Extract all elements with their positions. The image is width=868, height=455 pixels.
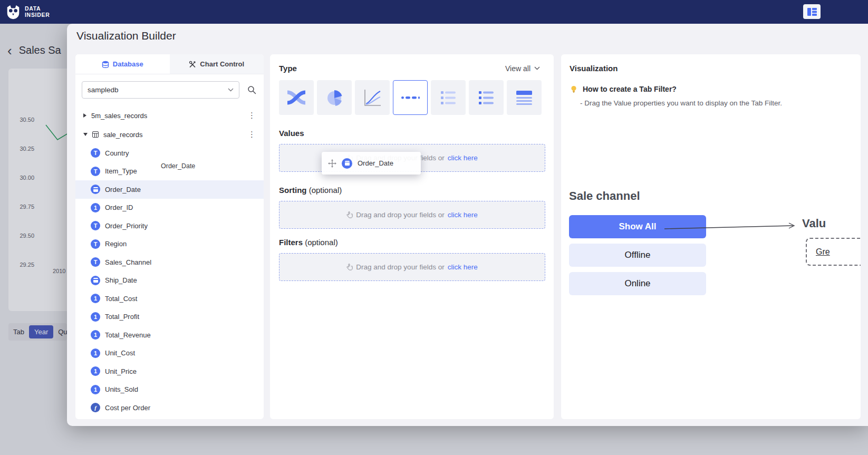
drag-source-ghost[interactable]: Order_Date bbox=[161, 162, 195, 170]
click-here-link[interactable]: click here bbox=[448, 263, 478, 271]
brand-logo: DATAINSIDER bbox=[5, 4, 50, 20]
text-field-icon: T bbox=[91, 148, 100, 158]
field-row-order-date[interactable]: Order_Date bbox=[75, 180, 264, 199]
schema-tree: 5m_sales_records ⋮ sale_records ⋮ TCount… bbox=[75, 106, 264, 417]
number-field-icon: 1 bbox=[91, 366, 100, 376]
field-row-ship-date[interactable]: Ship_Date bbox=[75, 272, 264, 290]
dashboard-grid-button[interactable] bbox=[803, 4, 821, 19]
tools-icon bbox=[189, 61, 196, 68]
table-chart-icon bbox=[514, 87, 535, 108]
field-row-unit-cost[interactable]: 1Unit_Cost bbox=[75, 344, 264, 363]
formula-field-icon: f bbox=[91, 403, 100, 412]
filters-drop-zone[interactable]: Drag and drop your fields or click here bbox=[279, 253, 545, 281]
table-grid-icon bbox=[92, 131, 99, 138]
table-menu-icon[interactable]: ⋮ bbox=[246, 111, 257, 120]
field-row-sales-channel[interactable]: TSales_Channel bbox=[75, 253, 264, 272]
sorting-drop-zone[interactable]: Drag and drop your fields or click here bbox=[279, 201, 545, 229]
number-field-icon: 1 bbox=[91, 294, 100, 303]
number-field-icon: 1 bbox=[91, 330, 100, 340]
tip-body: - Drag the Value properties you want to … bbox=[580, 99, 861, 107]
field-row-total-cost[interactable]: 1Total_Cost bbox=[75, 289, 264, 308]
chart-type-tab-filter[interactable] bbox=[393, 80, 428, 115]
database-icon bbox=[102, 61, 109, 68]
chart-type-line[interactable] bbox=[355, 80, 390, 115]
field-row-order-priority[interactable]: TOrder_Priority bbox=[75, 217, 264, 235]
chevron-down-icon bbox=[228, 88, 234, 92]
move-icon bbox=[328, 159, 336, 168]
annotation-arrow bbox=[664, 222, 799, 234]
annotation-drop-slot[interactable]: Gre bbox=[806, 238, 861, 266]
chart-type-list[interactable] bbox=[431, 80, 466, 115]
drag-hand-icon bbox=[346, 211, 353, 218]
datasource-row: sampledb bbox=[75, 74, 264, 103]
list-chart-icon bbox=[438, 87, 459, 108]
top-navbar: DATAINSIDER bbox=[0, 0, 868, 24]
brand-text: DATAINSIDER bbox=[25, 6, 50, 18]
tip-title: How to create a Tab Filter? bbox=[570, 85, 861, 93]
database-panel: Database Chart Control sampledb bbox=[75, 54, 264, 419]
number-field-icon: 1 bbox=[91, 348, 100, 358]
annotation-link[interactable]: Gre bbox=[816, 247, 830, 257]
click-here-link[interactable]: click here bbox=[448, 154, 478, 162]
chart-type-bullet-list[interactable] bbox=[469, 80, 504, 115]
chart-type-sankey[interactable] bbox=[279, 80, 314, 115]
field-row-units-sold[interactable]: 1Units_Sold bbox=[75, 381, 264, 399]
visualization-builder-modal: Visualization Builder Order_Date Databas… bbox=[67, 24, 868, 426]
field-row-total-profit[interactable]: 1Total_Profit bbox=[75, 308, 264, 326]
date-field-icon bbox=[342, 158, 352, 169]
preview-widget-title: Sale channel bbox=[569, 189, 640, 203]
field-list: TCountryTItem_TypeOrder_Date1Order_IDTOr… bbox=[75, 144, 264, 417]
field-row-unit-price[interactable]: 1Unit_Price bbox=[75, 362, 264, 381]
tab-database[interactable]: Database bbox=[75, 54, 170, 74]
date-field-icon bbox=[91, 185, 100, 194]
type-section-label: Type bbox=[279, 64, 297, 73]
pie-chart-icon bbox=[324, 87, 345, 108]
number-field-icon: 1 bbox=[91, 312, 100, 322]
modal-title: Visualization Builder bbox=[76, 30, 176, 42]
lightbulb-icon bbox=[570, 85, 578, 93]
chevron-down-icon bbox=[534, 66, 540, 70]
sorting-section-label: Sorting (optional) bbox=[279, 186, 554, 195]
dashboard-grid-icon bbox=[807, 8, 817, 16]
owl-logo-icon bbox=[5, 4, 21, 20]
field-row-order-id[interactable]: 1Order_ID bbox=[75, 199, 264, 217]
chart-type-picker bbox=[279, 80, 545, 115]
option-online[interactable]: Online bbox=[569, 272, 706, 295]
number-field-icon: 1 bbox=[91, 203, 100, 212]
filters-section-label: Filters (optional) bbox=[279, 238, 554, 247]
chart-type-table[interactable] bbox=[507, 80, 542, 115]
field-row-country[interactable]: TCountry bbox=[75, 144, 264, 162]
field-row-region[interactable]: TRegion bbox=[75, 235, 264, 254]
annotation-heading: Valu bbox=[802, 217, 826, 230]
bullet-list-chart-icon bbox=[476, 87, 497, 108]
drag-hand-icon bbox=[346, 264, 353, 270]
field-row-total-revenue[interactable]: 1Total_Revenue bbox=[75, 326, 264, 344]
line-chart-icon bbox=[362, 87, 383, 108]
table-row-sale-records[interactable]: sale_records ⋮ bbox=[75, 125, 264, 144]
view-all-button[interactable]: View all bbox=[505, 64, 540, 73]
text-field-icon: T bbox=[91, 257, 100, 267]
chart-config-panel: Type View all bbox=[270, 54, 554, 419]
click-here-link[interactable]: click here bbox=[448, 211, 478, 219]
text-field-icon: T bbox=[91, 221, 100, 230]
date-field-icon bbox=[91, 276, 100, 285]
table-menu-icon[interactable]: ⋮ bbox=[246, 130, 257, 139]
number-field-icon: 1 bbox=[91, 385, 100, 394]
option-offline[interactable]: Offline bbox=[569, 244, 706, 267]
sankey-chart-icon bbox=[286, 87, 307, 108]
values-section-label: Values bbox=[279, 129, 554, 138]
visualization-panel: Visualization How to create a Tab Filter… bbox=[561, 54, 861, 419]
field-row-cost-per-order[interactable]: fCost per Order bbox=[75, 399, 264, 417]
search-button[interactable] bbox=[247, 85, 256, 94]
caret-down-icon bbox=[83, 133, 88, 136]
dragged-field-ghost[interactable]: Order_Date bbox=[322, 152, 421, 175]
tab-chart-control[interactable]: Chart Control bbox=[170, 54, 264, 74]
chart-type-pie[interactable] bbox=[317, 80, 352, 115]
text-field-icon: T bbox=[91, 239, 100, 249]
datasource-select[interactable]: sampledb bbox=[82, 81, 239, 99]
caret-right-icon bbox=[83, 113, 86, 118]
table-row-5m-sales-records[interactable]: 5m_sales_records ⋮ bbox=[75, 106, 264, 125]
left-panel-tabs: Database Chart Control bbox=[75, 54, 264, 74]
text-field-icon: T bbox=[91, 167, 100, 176]
visualization-header: Visualization bbox=[570, 64, 861, 73]
